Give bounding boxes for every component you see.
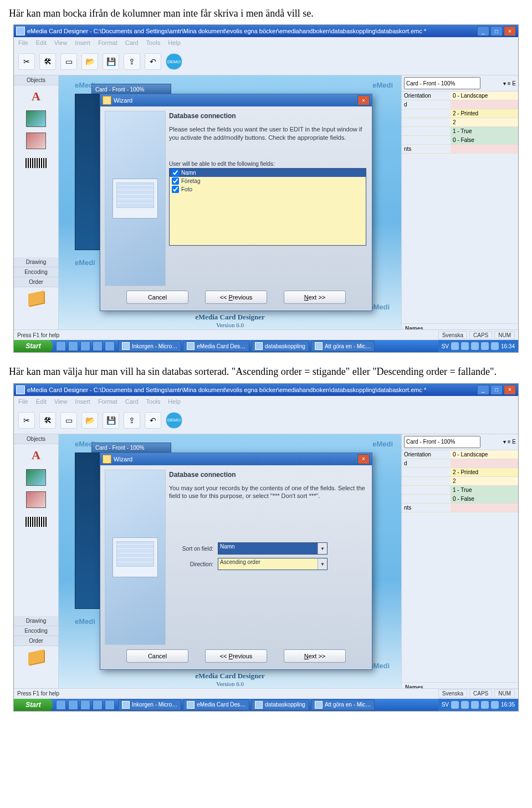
minimize-button[interactable]: _: [477, 385, 489, 395]
prop-value[interactable]: [451, 145, 518, 153]
zoom-combo[interactable]: [404, 436, 480, 448]
quicklaunch-icon[interactable]: [80, 700, 90, 710]
tray-icon[interactable]: [461, 701, 469, 709]
tray-icon[interactable]: [481, 701, 489, 709]
tool-photo-icon[interactable]: [26, 491, 46, 508]
menu-format[interactable]: Format: [98, 398, 117, 405]
menu-edit[interactable]: Edit: [36, 39, 47, 46]
tray-icon[interactable]: [481, 342, 489, 350]
tool-wrench-icon[interactable]: 🛠: [39, 412, 56, 429]
tool-undo-icon[interactable]: ↶: [145, 412, 161, 429]
section-order[interactable]: Order: [14, 636, 58, 646]
tray-icon[interactable]: [491, 701, 499, 709]
prop-value[interactable]: [451, 459, 518, 467]
cancel-button[interactable]: Cancel: [126, 649, 188, 663]
section-drawing[interactable]: Drawing: [14, 616, 58, 626]
section-drawing[interactable]: Drawing: [14, 257, 58, 267]
previous-button[interactable]: << Previous: [205, 649, 267, 663]
taskbar-item[interactable]: Att göra en - Mic…: [311, 341, 375, 352]
tool-barcode-icon[interactable]: [25, 158, 47, 168]
quicklaunch-icon[interactable]: [56, 341, 66, 351]
tray-icon[interactable]: [491, 342, 499, 350]
quicklaunch-icon[interactable]: [105, 700, 115, 710]
start-button[interactable]: Start: [14, 340, 53, 352]
close-button[interactable]: ×: [504, 26, 516, 36]
menu-help[interactable]: Help: [168, 398, 181, 405]
menu-help[interactable]: Help: [168, 39, 181, 46]
section-encoding[interactable]: Encoding: [14, 267, 58, 277]
tool-export-icon[interactable]: ⇪: [124, 53, 140, 70]
prop-value[interactable]: 2 - Printed: [451, 468, 518, 476]
menu-tools[interactable]: Tools: [146, 398, 161, 405]
zoom-combo[interactable]: [404, 77, 480, 89]
previous-button[interactable]: << Previous: [205, 291, 267, 304]
menu-format[interactable]: Format: [98, 39, 117, 46]
language-indicator[interactable]: SV: [442, 702, 449, 708]
menu-view[interactable]: View: [54, 398, 68, 405]
next-button[interactable]: Next >>: [284, 649, 346, 663]
menu-card[interactable]: Card: [125, 39, 139, 46]
tool-save-icon[interactable]: 💾: [103, 53, 119, 70]
section-encoding[interactable]: Encoding: [14, 626, 58, 636]
chevron-down-icon[interactable]: ▼: [318, 543, 327, 554]
section-objects[interactable]: Objects: [14, 434, 58, 444]
section-order[interactable]: Order: [14, 277, 58, 287]
tool-barcode-icon[interactable]: [25, 517, 47, 527]
menu-view[interactable]: View: [54, 39, 68, 46]
prop-value[interactable]: 2: [451, 477, 518, 485]
quicklaunch-icon[interactable]: [68, 341, 78, 351]
prop-value[interactable]: 0 - False: [451, 495, 518, 503]
tool-text-icon[interactable]: A: [32, 448, 40, 463]
language-cell[interactable]: Svenska: [438, 689, 467, 698]
prop-value[interactable]: 1 - True: [451, 127, 518, 135]
tool-demo-icon[interactable]: DEMO: [166, 53, 182, 70]
prop-value[interactable]: [451, 100, 518, 109]
tray-icon[interactable]: [461, 342, 469, 350]
prop-value[interactable]: 2: [451, 118, 518, 126]
direction-combo[interactable]: Ascending order▼: [218, 558, 328, 570]
tool-new-icon[interactable]: ▭: [60, 53, 77, 70]
tool-export-icon[interactable]: ⇪: [124, 412, 140, 429]
prop-value[interactable]: 0 - Landscape: [451, 450, 518, 459]
tool-scissors-icon[interactable]: ✂: [18, 412, 35, 429]
menu-file[interactable]: File: [18, 398, 28, 405]
cancel-button[interactable]: Cancel: [126, 291, 188, 304]
field-checkbox[interactable]: [172, 177, 179, 185]
menu-insert[interactable]: Insert: [75, 398, 90, 405]
taskbar-item[interactable]: databaskoppling: [251, 341, 309, 352]
chevron-down-icon[interactable]: ▼: [318, 558, 327, 570]
field-checkbox[interactable]: [172, 169, 179, 176]
language-indicator[interactable]: SV: [442, 343, 449, 349]
sort-field-combo[interactable]: Namn▼: [218, 542, 328, 555]
tool-scissors-icon[interactable]: ✂: [18, 53, 35, 70]
tool-wrench-icon[interactable]: 🛠: [39, 53, 56, 70]
tool-order-icon[interactable]: [28, 649, 44, 665]
tool-undo-icon[interactable]: ↶: [145, 53, 161, 70]
menu-card[interactable]: Card: [125, 398, 139, 405]
language-cell[interactable]: Svenska: [438, 331, 467, 339]
quicklaunch-icon[interactable]: [105, 341, 115, 351]
tool-order-icon[interactable]: [28, 291, 44, 306]
card-tab[interactable]: Card - Front - 100%: [91, 84, 171, 95]
quicklaunch-icon[interactable]: [56, 700, 66, 710]
tool-text-icon[interactable]: A: [32, 89, 40, 104]
tool-open-icon[interactable]: 📂: [81, 53, 98, 70]
tool-new-icon[interactable]: ▭: [60, 412, 77, 429]
tool-image-icon[interactable]: [26, 110, 46, 127]
dialog-close-button[interactable]: ×: [357, 95, 370, 105]
close-button[interactable]: ×: [504, 385, 516, 395]
prop-value[interactable]: 0 - False: [451, 136, 518, 144]
prop-value[interactable]: 2 - Printed: [451, 109, 518, 118]
menu-edit[interactable]: Edit: [36, 398, 47, 405]
quicklaunch-icon[interactable]: [80, 341, 90, 351]
card-tab[interactable]: Card - Front - 100%: [91, 443, 171, 454]
taskbar-item[interactable]: eMedia Card Des…: [183, 341, 249, 352]
menu-tools[interactable]: Tools: [146, 39, 161, 46]
prop-value[interactable]: 1 - True: [451, 486, 518, 494]
prop-value[interactable]: 0 - Landscape: [451, 92, 518, 100]
maximize-button[interactable]: □: [490, 385, 503, 395]
tray-icon[interactable]: [451, 342, 459, 350]
start-button[interactable]: Start: [14, 699, 53, 711]
tray-icon[interactable]: [471, 342, 479, 350]
tool-save-icon[interactable]: 💾: [103, 412, 119, 429]
